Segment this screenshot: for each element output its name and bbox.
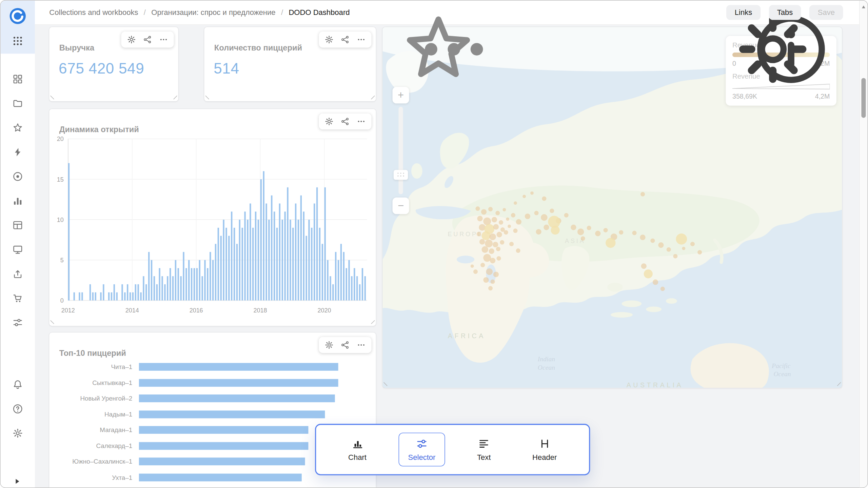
widget-actions	[319, 114, 371, 129]
grip-dots-icon	[397, 172, 398, 174]
dashboard-settings-gear-icon[interactable]	[690, 7, 700, 17]
breadcrumb-workbook[interactable]: Организации: спрос и предложение	[151, 8, 275, 16]
bar-row: Чита–1	[49, 359, 371, 375]
widget-title: Количество пиццерий	[214, 43, 302, 52]
add-chart-button[interactable]: Chart	[339, 433, 376, 467]
breadcrumb-separator: /	[281, 8, 283, 16]
add-header-label: Header	[532, 453, 557, 461]
breadcrumb: Collections and workbooks / Организации:…	[49, 7, 381, 17]
save-button[interactable]: Save	[809, 5, 843, 20]
resize-handle[interactable]	[50, 92, 58, 99]
bar-chart[interactable]: 0510152020122014201620182020	[54, 135, 371, 319]
favorite-star-icon[interactable]	[355, 7, 365, 17]
breadcrumb-collections[interactable]: Collections and workbooks	[49, 8, 138, 16]
datalens-logo-icon[interactable]	[9, 7, 26, 25]
sidebar-item-uploads[interactable]	[12, 268, 23, 280]
widget-more-icon[interactable]	[356, 340, 366, 350]
widget-more-icon[interactable]	[159, 35, 169, 44]
widget-settings-gear-icon[interactable]	[324, 117, 334, 126]
svg-text:Ocean: Ocean	[773, 370, 791, 378]
bar	[139, 410, 325, 418]
widget-revenue[interactable]: Выручка 675 420 549	[49, 27, 178, 101]
sidebar	[1, 1, 35, 488]
bar-category-label: Салехард–1	[49, 443, 139, 449]
more-icon[interactable]	[371, 7, 381, 17]
legend-size-min: 358,69K	[732, 93, 757, 100]
header-icon	[538, 438, 551, 450]
zoom-slider-handle[interactable]	[394, 170, 408, 180]
sidebar-item-charts[interactable]	[12, 195, 23, 206]
chart-icon	[351, 438, 363, 450]
text-icon	[478, 438, 490, 450]
sidebar-item-collections[interactable]	[12, 98, 23, 109]
resize-handle[interactable]	[205, 92, 213, 99]
sidebar-item-functions[interactable]	[12, 147, 23, 158]
pizzerias-count-value: 514	[214, 60, 239, 78]
bar-category-label: Магадан–1	[49, 427, 139, 433]
svg-text:10: 10	[57, 217, 64, 223]
sidebar-item-monitoring[interactable]	[12, 244, 23, 255]
widget-links-icon[interactable]	[143, 35, 152, 44]
widget-links-icon[interactable]	[340, 340, 350, 350]
widget-settings-gear-icon[interactable]	[127, 35, 136, 44]
widget-links-icon[interactable]	[340, 117, 350, 126]
top-bar: Collections and workbooks / Организации:…	[35, 1, 860, 25]
bar-category-label: Новый Уренгой–2	[49, 395, 139, 402]
widget-links-icon[interactable]	[340, 35, 350, 44]
svg-text:20: 20	[57, 136, 64, 142]
links-button[interactable]: Links	[726, 5, 760, 20]
header-actions: Links Tabs Save	[690, 5, 843, 20]
bar-category-label: Южно–Сахалинск–1	[49, 458, 139, 465]
svg-text:Pacific: Pacific	[771, 362, 791, 369]
widget-title: Выручка	[59, 43, 94, 52]
bar	[139, 458, 305, 466]
scrollbar-thumb[interactable]	[861, 78, 866, 118]
svg-text:2012: 2012	[61, 307, 75, 314]
add-text-label: Text	[477, 453, 491, 461]
bar-category-label: Сыктывкар–1	[49, 380, 139, 386]
sidebar-item-favorites[interactable]	[12, 122, 23, 134]
sidebar-item-dashboards[interactable]	[12, 74, 23, 85]
scrollbar[interactable]	[859, 1, 867, 488]
bar	[139, 473, 302, 481]
apps-grid-icon[interactable]	[12, 35, 23, 46]
widget-openings-dynamics-chart[interactable]: Динамика открытий 0510152020122014201620…	[49, 109, 376, 326]
sidebar-item-marketplace[interactable]	[12, 293, 23, 304]
add-chart-label: Chart	[348, 453, 367, 461]
selector-icon	[416, 438, 428, 450]
dashboard-canvas: Выручка 675 420 549 Количество пиццерий …	[35, 25, 860, 487]
notifications-bell-icon[interactable]	[12, 379, 23, 390]
sidebar-expand-button[interactable]	[13, 477, 22, 486]
revenue-value: 675 420 549	[59, 60, 144, 78]
info-icon[interactable]	[708, 7, 718, 17]
page-title: DODO Dashboard	[289, 8, 350, 16]
add-text-button[interactable]: Text	[468, 433, 500, 467]
breadcrumb-separator: /	[144, 8, 146, 16]
app-window: Collections and workbooks / Организации:…	[0, 0, 868, 488]
widget-pizzerias-count[interactable]: Количество пиццерий 514	[204, 27, 376, 101]
bar-category-label: Чита–1	[49, 364, 139, 370]
widget-title: Топ-10 пиццерий	[59, 348, 126, 357]
scrollbar-up-arrow-icon[interactable]	[862, 5, 865, 8]
sidebar-item-tables[interactable]	[12, 220, 23, 231]
sidebar-item-services[interactable]	[12, 171, 23, 182]
tabs-button[interactable]: Tabs	[769, 5, 801, 20]
resize-handle[interactable]	[170, 92, 177, 99]
widget-actions	[319, 337, 371, 353]
svg-text:AUSTRALIA: AUSTRALIA	[627, 381, 684, 388]
resize-handle[interactable]	[368, 92, 375, 99]
svg-text:2016: 2016	[190, 307, 203, 314]
bar-row: Сыктывкар–1	[49, 375, 371, 391]
widget-settings-gear-icon[interactable]	[324, 35, 334, 44]
widget-more-icon[interactable]	[356, 117, 366, 126]
widget-settings-gear-icon[interactable]	[324, 340, 334, 350]
help-icon[interactable]	[12, 403, 23, 414]
bar	[139, 442, 309, 450]
add-selector-button[interactable]: Selector	[399, 433, 445, 467]
zoom-out-button[interactable]: −	[393, 198, 409, 214]
zoom-slider-track[interactable]	[399, 107, 403, 194]
settings-gear-icon[interactable]	[12, 428, 23, 439]
sidebar-item-settings-sliders[interactable]	[12, 317, 23, 328]
add-header-button[interactable]: Header	[523, 433, 566, 467]
bar	[139, 379, 338, 387]
